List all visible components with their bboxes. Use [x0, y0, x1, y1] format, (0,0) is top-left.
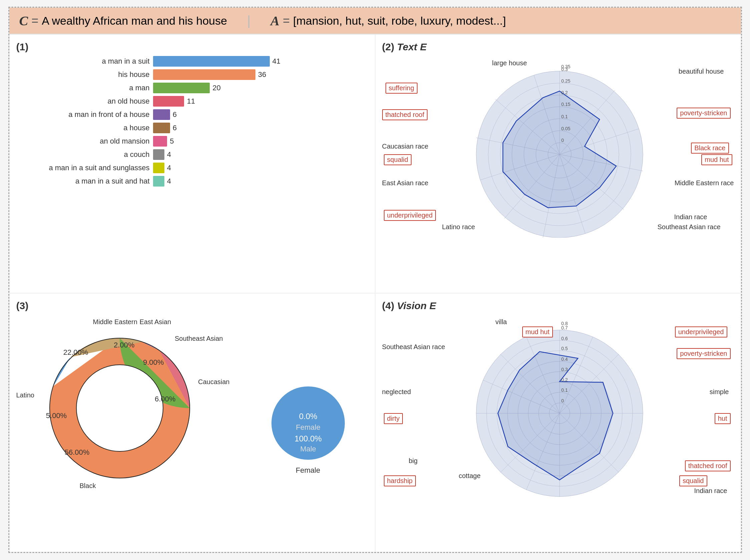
- radar2-label-caucasian: Caucasian race: [382, 143, 429, 150]
- panel-1: (1) a man in a suit41his house36a man20a…: [9, 34, 375, 293]
- donut-label-caucasian: Caucasian: [198, 378, 230, 386]
- svg-text:0.1: 0.1: [561, 388, 568, 393]
- radar2-label-beautiful-house: beautiful house: [679, 68, 724, 75]
- main-container: C = A wealthy African man and his house …: [8, 7, 742, 553]
- radar4-label-hardship: hardship: [384, 475, 416, 486]
- gender-pie: 0.0% Female 100.0% Male Female: [268, 383, 348, 475]
- bar-value: 6: [173, 124, 177, 132]
- radar4-label-neglected: neglected: [382, 388, 411, 396]
- bar-fill: [153, 83, 210, 93]
- bar-value: 36: [258, 70, 266, 79]
- svg-text:0.05: 0.05: [561, 126, 570, 131]
- radar4-label-villa: villa: [496, 318, 507, 326]
- radar2-label-indian-race: Indian race: [674, 213, 707, 221]
- bar-fill: [153, 109, 170, 120]
- bar-container: 4: [153, 163, 368, 173]
- bar-row: a man in a suit41: [23, 56, 368, 67]
- radar2-label-poverty-stricken: poverty-stricken: [677, 108, 730, 119]
- svg-text:0.25: 0.25: [561, 78, 570, 84]
- radar2-label-black-race: Black race: [691, 143, 729, 153]
- bar-container: 6: [153, 109, 368, 120]
- bar-value: 41: [273, 57, 280, 66]
- svg-text:0.6: 0.6: [561, 336, 568, 341]
- bar-value: 11: [187, 97, 195, 106]
- radar4-label-hut: hut: [715, 413, 731, 424]
- svg-text:Male: Male: [300, 445, 316, 453]
- donut-label-latino: Latino: [16, 391, 35, 399]
- header-a-desc: [mansion, hut, suit, robe, luxury, modes…: [293, 14, 506, 27]
- bar-row: an old house11: [23, 96, 368, 107]
- bar-container: 20: [153, 83, 368, 93]
- bar-container: 4: [153, 176, 368, 187]
- radar2-label-mud-hut: mud hut: [701, 154, 732, 165]
- panel-4-title: (4) Vision E: [382, 300, 734, 311]
- header: C = A wealthy African man and his house …: [9, 8, 741, 34]
- bar-chart: a man in a suit41his house36a man20an ol…: [16, 56, 368, 187]
- svg-text:Female: Female: [296, 423, 320, 431]
- bar-label: an old mansion: [23, 137, 150, 146]
- radar2-label-suffering: suffering: [386, 83, 417, 94]
- bar-label: his house: [23, 70, 150, 79]
- header-c-eq: =: [31, 14, 38, 28]
- svg-text:0.2: 0.2: [561, 377, 568, 382]
- bar-label: a couch: [23, 150, 150, 159]
- bar-container: 36: [153, 69, 368, 80]
- header-c-desc: A wealthy African man and his house: [42, 14, 227, 27]
- bar-fill: [153, 149, 164, 160]
- bar-label: a house: [23, 124, 150, 132]
- bar-fill: [153, 96, 184, 107]
- svg-text:0.15: 0.15: [561, 102, 570, 107]
- radar4-label-southeast-asian: Southeast Asian race: [382, 343, 445, 351]
- bar-row: a man in a suit and sunglasses4: [23, 163, 368, 173]
- svg-text:0.5: 0.5: [561, 346, 568, 351]
- svg-text:0.2: 0.2: [561, 90, 568, 95]
- bar-container: 5: [153, 136, 368, 147]
- panel-3: (3): [9, 293, 375, 552]
- bar-row: a couch4: [23, 149, 368, 160]
- svg-text:0.1: 0.1: [561, 114, 568, 119]
- panel-4: (4) Vision E: [375, 293, 741, 552]
- donut-label-southeast-asian: Southeast Asian: [175, 335, 223, 343]
- radar4-label-mud-hut: mud hut: [522, 327, 553, 337]
- bar-row: a man in a suit and hat4: [23, 176, 368, 187]
- radar4-label-indian-race: Indian race: [694, 487, 727, 495]
- bar-label: an old house: [23, 97, 150, 106]
- svg-text:0.4: 0.4: [561, 356, 568, 362]
- bar-fill: [153, 123, 170, 133]
- radar4-label-cottage: cottage: [459, 472, 481, 480]
- donut-chart: 56.00% 5.00% 22.00% 2.00% 9.00% 6.00% Mi…: [16, 315, 368, 501]
- bar-value: 4: [167, 164, 171, 172]
- radar2-label-southeast-asian: Southeast Asian race: [657, 223, 720, 231]
- radar2-label-latino: Latino race: [442, 223, 475, 231]
- header-separator: |: [247, 13, 251, 28]
- bar-label: a man in front of a house: [23, 110, 150, 119]
- radar4-label-thatched-roof: thatched roof: [685, 460, 731, 471]
- bar-container: 4: [153, 149, 368, 160]
- donut-label-middle-eastern: Middle Eastern: [93, 318, 137, 326]
- panel-2: (2) Text E: [375, 34, 741, 293]
- panel-3-title: (3): [16, 300, 368, 311]
- header-a-label: A: [271, 13, 279, 29]
- bar-row: his house36: [23, 69, 368, 80]
- radar4-label-squalid: squalid: [679, 475, 707, 486]
- radar2-label-thatched-roof: thatched roof: [382, 109, 428, 120]
- svg-text:0.0%: 0.0%: [299, 412, 317, 421]
- bar-value: 20: [213, 84, 220, 92]
- radar-chart-4: 0 0.1 0.2 0.3 0.4 0.5 0.6 0.7 0.8 villa …: [382, 315, 734, 498]
- bar-value: 4: [167, 150, 171, 159]
- bar-label: a man in a suit and sunglasses: [23, 164, 150, 172]
- radar2-label-squalid: squalid: [384, 154, 412, 165]
- panel-2-title: (2) Text E: [382, 41, 734, 53]
- bar-value: 4: [167, 177, 171, 186]
- bar-fill: [153, 136, 167, 147]
- donut-label-black: Black: [80, 482, 96, 490]
- bar-container: 6: [153, 123, 368, 133]
- donut-label-east-asian: East Asian: [140, 318, 172, 326]
- bar-fill: [153, 163, 164, 173]
- bar-container: 11: [153, 96, 368, 107]
- radar2-label-middle-eastern: Middle Eastern race: [675, 179, 734, 187]
- bar-row: an old mansion5: [23, 136, 368, 147]
- bar-fill: [153, 69, 255, 80]
- svg-text:0: 0: [561, 398, 564, 403]
- bar-label: a man in a suit: [23, 57, 150, 66]
